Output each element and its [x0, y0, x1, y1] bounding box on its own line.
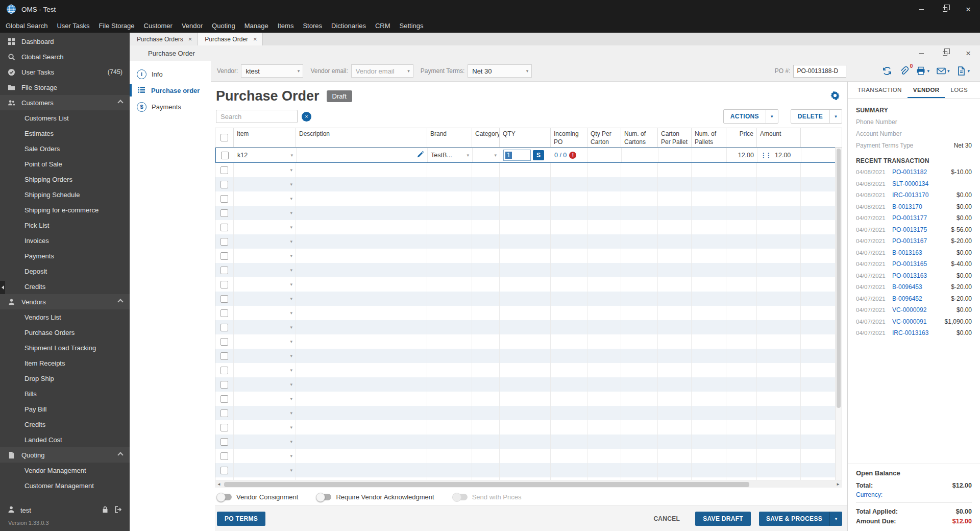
scroll-left-icon[interactable]: ◄	[215, 482, 223, 487]
transaction-link[interactable]: B-0013163	[889, 249, 957, 256]
payment-terms-combo[interactable]: Net 30 ▾	[468, 64, 532, 78]
toggle[interactable]: Vendor Consignment	[217, 493, 298, 501]
carton-per-pallet-cell[interactable]	[658, 148, 692, 162]
menu-item[interactable]: Manage	[240, 18, 273, 33]
sidebar-item[interactable]: Pay Bill	[0, 401, 130, 417]
email-icon[interactable]: ▾	[936, 66, 950, 76]
tab-close-icon[interactable]: ×	[188, 36, 192, 42]
sidebar-item[interactable]: Sale Orders	[0, 141, 130, 156]
edit-pencil-icon[interactable]	[416, 151, 424, 160]
sidebar-item[interactable]: Customers List	[0, 110, 130, 126]
empty-row[interactable]: ▾	[215, 191, 842, 206]
app-minimize-button[interactable]	[910, 0, 933, 18]
menu-item[interactable]: Settings	[395, 18, 428, 33]
panel-tab[interactable]: VENDOR	[908, 82, 945, 98]
row-checkbox[interactable]	[220, 166, 228, 174]
column-header[interactable]: Item	[234, 128, 296, 147]
sidebar-collapse-handle[interactable]	[0, 281, 5, 294]
transaction-link[interactable]: IRC-0013170	[889, 191, 957, 199]
row-checkbox[interactable]	[220, 238, 228, 246]
qty-per-carton-cell[interactable]	[588, 148, 622, 162]
empty-row[interactable]: ▾	[215, 377, 842, 392]
toggle[interactable]: Send with Prices	[453, 493, 522, 501]
chevron-down-icon[interactable]: ▾	[829, 512, 842, 526]
menu-item[interactable]: Stores	[298, 18, 327, 33]
row-checkbox[interactable]	[220, 467, 228, 474]
sidebar-item[interactable]: Credits	[0, 417, 130, 432]
sidebar-item[interactable]: Estimates	[0, 126, 130, 141]
horizontal-scrollbar[interactable]: ◄ ►	[215, 481, 842, 488]
item-cell[interactable]: k12▾	[234, 148, 297, 162]
category-cell[interactable]: ▾	[473, 148, 500, 162]
column-header[interactable]: Num. of Pallets	[692, 128, 726, 147]
empty-row[interactable]: ▾	[215, 406, 842, 420]
attachment-icon[interactable]: 0	[899, 66, 909, 76]
row-checkbox[interactable]	[220, 324, 228, 331]
po-number-input[interactable]: PO-0013188-D	[793, 65, 846, 78]
sidebar-item[interactable]: User Tasks (745)	[0, 64, 130, 80]
sidebar-item[interactable]: Pick List	[0, 218, 130, 233]
empty-row[interactable]: ▾	[215, 306, 842, 320]
sidebar-item[interactable]: Dashboard	[0, 34, 130, 49]
transaction-link[interactable]: SLT-0000134	[889, 180, 972, 187]
transaction-link[interactable]: B-0096453	[889, 283, 951, 291]
nav-item-payments[interactable]: $ Payments	[130, 99, 211, 115]
toggle-switch[interactable]	[316, 494, 331, 500]
empty-row[interactable]: ▾	[215, 392, 842, 406]
sidebar-item[interactable]: Payments	[0, 248, 130, 263]
refresh-icon[interactable]	[882, 66, 892, 76]
row-checkbox[interactable]	[220, 352, 228, 360]
sidebar-item[interactable]: Customers	[0, 95, 130, 110]
scrollbar-thumb[interactable]	[837, 149, 841, 408]
sidebar-item[interactable]: Item Receipts	[0, 355, 130, 371]
transaction-link[interactable]: PO-0013182	[889, 168, 951, 176]
chevron-down-icon[interactable]: ▾	[766, 110, 778, 123]
toggle[interactable]: Require Vendor Acknowledgment	[316, 493, 434, 501]
app-restore-button[interactable]	[933, 0, 957, 18]
empty-row[interactable]: ▾	[215, 320, 842, 334]
row-checkbox[interactable]	[220, 295, 228, 303]
row-checkbox[interactable]	[220, 452, 228, 460]
search-input[interactable]: Search	[216, 110, 298, 123]
row-checkbox[interactable]	[220, 438, 228, 446]
clear-search-icon[interactable]: ×	[302, 112, 311, 122]
empty-row[interactable]: ▾	[215, 220, 842, 234]
app-close-button[interactable]: ×	[957, 0, 980, 18]
sidebar-item[interactable]: Landed Cost	[0, 432, 130, 447]
column-header[interactable]: Amount	[757, 128, 801, 147]
nav-item-purchase-order[interactable]: Purchase order	[130, 82, 211, 99]
sidebar-item[interactable]: Point of Sale	[0, 156, 130, 172]
menu-item[interactable]: File Storage	[94, 18, 139, 33]
currency-link[interactable]: Currency:	[856, 490, 972, 499]
select-all-checkbox[interactable]	[220, 134, 228, 141]
row-checkbox[interactable]	[220, 181, 228, 188]
column-header[interactable]: Qty Per Carton	[587, 128, 621, 147]
column-header[interactable]: Carton Per Pallet	[658, 128, 692, 147]
sidebar-item[interactable]: Vendor Management	[0, 463, 130, 478]
lock-icon[interactable]	[101, 505, 109, 515]
brand-cell[interactable]: TestB...▾	[428, 148, 473, 162]
export-document-icon[interactable]: ▾	[956, 66, 970, 76]
sidebar-item[interactable]: File Storage	[0, 80, 130, 95]
sidebar-item[interactable]: Customer Management	[0, 478, 130, 493]
scrollbar-thumb[interactable]	[224, 482, 749, 487]
save-and-process-button[interactable]: SAVE & PROCESS ▾	[759, 512, 842, 526]
inner-close-button[interactable]: ×	[957, 45, 980, 61]
num-cartons-cell[interactable]	[622, 148, 658, 162]
empty-row[interactable]: ▾	[215, 263, 842, 277]
empty-row[interactable]: ▾	[215, 163, 842, 177]
empty-row[interactable]: ▾	[215, 477, 842, 480]
drag-handle-icon[interactable]: ⋮⋮	[761, 152, 771, 159]
empty-row[interactable]: ▾	[215, 206, 842, 220]
transaction-link[interactable]: B-0013170	[889, 203, 957, 210]
row-checkbox[interactable]	[220, 367, 228, 374]
chevron-down-icon[interactable]: ▾	[829, 110, 842, 123]
save-draft-button[interactable]: SAVE DRAFT	[695, 512, 751, 526]
empty-row[interactable]: ▾	[215, 420, 842, 435]
transaction-link[interactable]: B-0096452	[889, 295, 951, 302]
sidebar-item[interactable]: Deposit	[0, 263, 130, 279]
cancel-button[interactable]: CANCEL	[646, 515, 687, 522]
column-header[interactable]: Description	[296, 128, 427, 147]
row-checkbox[interactable]	[220, 195, 228, 203]
sidebar-item[interactable]: Vendors List	[0, 309, 130, 325]
